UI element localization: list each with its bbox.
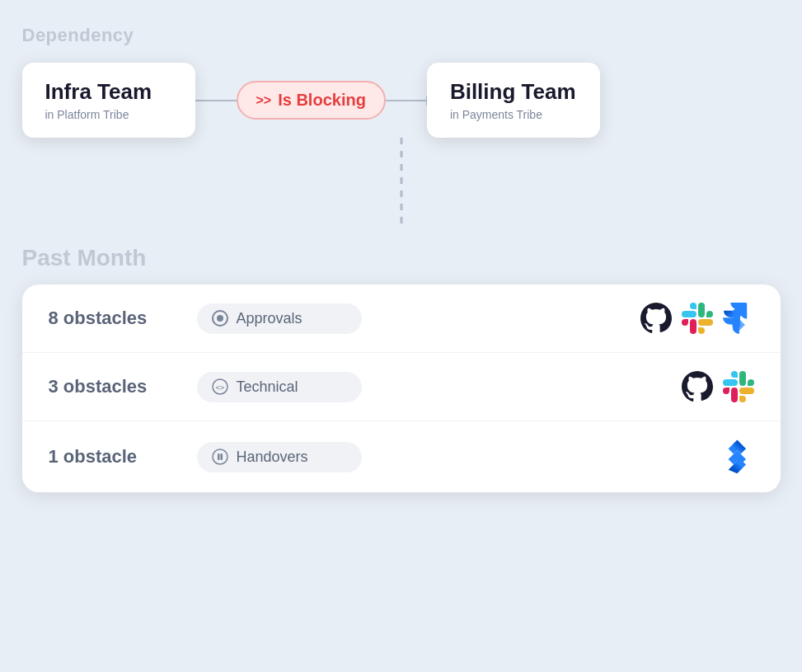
- svg-point-1: [217, 315, 223, 322]
- source-team-card[interactable]: Infra Team in Platform Tribe: [22, 63, 195, 138]
- connector-left: [195, 100, 237, 101]
- jira-icon-3: [720, 439, 754, 474]
- past-month-label: Past Month: [22, 245, 781, 271]
- handovers-icon: [212, 449, 228, 465]
- slack-icon-1: [682, 303, 713, 334]
- stat-count-technical: 3 obstacles: [49, 376, 181, 397]
- stat-row-handovers: 1 obstacle Handovers: [22, 421, 781, 492]
- approvals-integrations: [640, 303, 754, 334]
- github-icon-2: [682, 371, 713, 402]
- svg-rect-5: [218, 453, 220, 460]
- approvals-badge[interactable]: Approvals: [197, 303, 362, 334]
- connector-right: [386, 100, 427, 101]
- stat-count-approvals: 8 obstacles: [49, 308, 181, 329]
- target-team-card[interactable]: Billing Team in Payments Tribe: [427, 63, 600, 138]
- stats-card: 8 obstacles Approvals: [22, 284, 781, 492]
- diagram-row: Infra Team in Platform Tribe >> Is Block…: [22, 63, 781, 138]
- technical-icon: <>: [212, 378, 228, 395]
- approvals-label: Approvals: [237, 310, 303, 327]
- main-container: Dependency Infra Team in Platform Tribe …: [22, 25, 781, 492]
- source-team-tribe: in Platform Tribe: [45, 108, 172, 121]
- handovers-badge[interactable]: Handovers: [197, 442, 362, 472]
- svg-rect-6: [220, 453, 223, 460]
- handovers-integrations: [720, 439, 754, 474]
- technical-badge[interactable]: <> Technical: [197, 372, 362, 402]
- stat-row-approvals: 8 obstacles Approvals: [22, 284, 781, 353]
- blocking-label: Is Blocking: [278, 91, 366, 110]
- target-team-name: Billing Team: [450, 79, 577, 105]
- handovers-label: Handovers: [237, 449, 308, 466]
- technical-integrations: [682, 371, 754, 402]
- target-team-tribe: in Payments Tribe: [450, 108, 577, 121]
- svg-text:<>: <>: [215, 383, 224, 392]
- dependency-diagram: Infra Team in Platform Tribe >> Is Block…: [22, 63, 781, 138]
- slack-icon-2: [723, 371, 754, 402]
- dashed-vertical-line: [400, 138, 402, 228]
- stat-row-technical: 3 obstacles <> Technical: [22, 353, 781, 421]
- github-icon-1: [640, 303, 672, 334]
- source-team-name: Infra Team: [45, 79, 172, 105]
- approvals-icon: [212, 310, 228, 327]
- blocking-badge[interactable]: >> Is Blocking: [237, 81, 386, 120]
- stat-count-handovers: 1 obstacle: [49, 446, 181, 468]
- jira-icon-1: [723, 303, 754, 334]
- blocking-arrow-icon: >>: [256, 93, 272, 108]
- technical-label: Technical: [237, 378, 298, 396]
- svg-point-4: [213, 449, 227, 464]
- dependency-section-label: Dependency: [22, 25, 781, 46]
